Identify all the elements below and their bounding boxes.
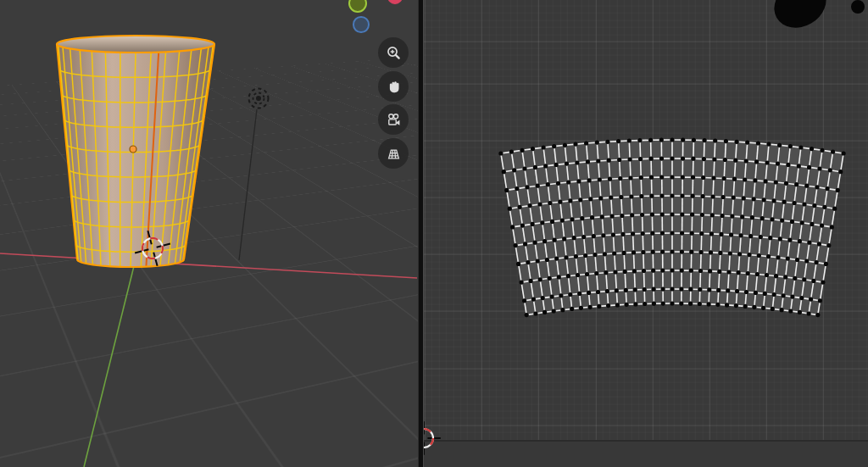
2d-cursor [424,421,441,455]
zoom-button[interactable] [378,37,409,68]
perspective-toggle-button[interactable] [378,138,409,169]
camera-view-button[interactable] [378,104,409,135]
uv-island[interactable] [498,137,845,317]
editor-divider[interactable] [418,0,424,467]
image-blob [851,0,865,14]
y-axis-line [84,266,134,467]
hand-icon [386,79,402,95]
uv-scene [424,0,868,467]
3d-viewport[interactable] [0,0,418,467]
3d-scene [0,0,418,467]
object-origin-dot [130,146,136,153]
pan-button[interactable] [378,71,409,102]
cup-mesh[interactable] [57,36,214,267]
uv-editor[interactable] [424,0,868,467]
point-light-object[interactable] [239,89,269,261]
blender-window [0,0,868,467]
gizmo-axis-ball-blue[interactable] [353,16,370,33]
magnifier-plus-icon [386,45,402,61]
image-blob [765,0,834,37]
camera-icon [386,112,402,128]
x-axis-line [0,253,417,278]
perspective-grid-icon [386,146,402,162]
